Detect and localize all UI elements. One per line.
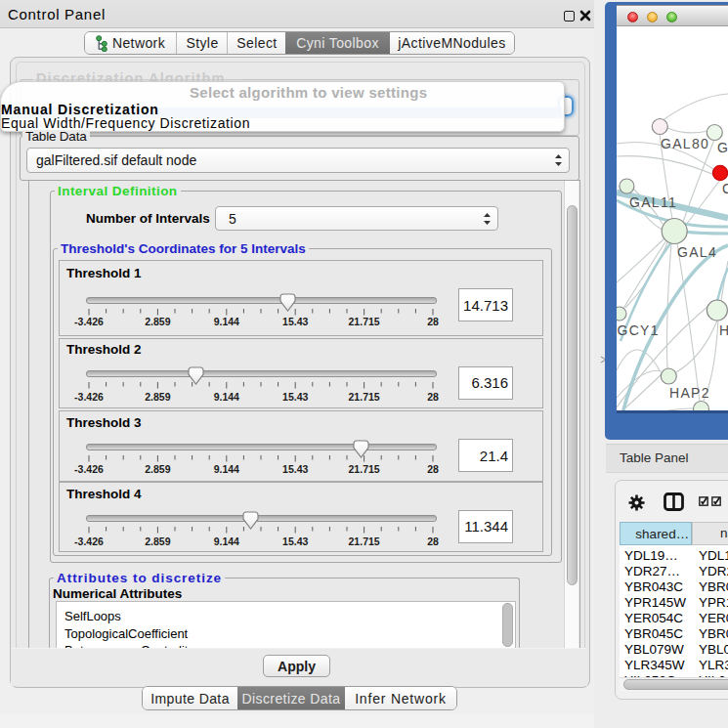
svg-text:H: H [719,322,728,338]
svg-text:HAP2: HAP2 [669,385,710,401]
svg-text:GAL11: GAL11 [629,194,677,210]
svg-text:GCY1: GCY1 [618,322,660,338]
svg-text:GA: GA [717,140,728,155]
svg-text:GAL80: GAL80 [661,136,709,151]
svg-text:GAL4: GAL4 [677,244,717,260]
svg-text:C: C [722,181,728,196]
